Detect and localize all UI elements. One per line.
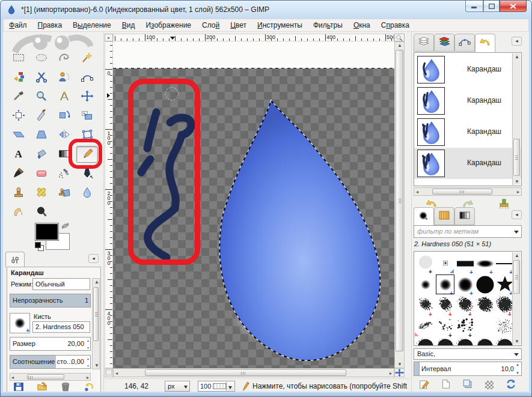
vertical-ruler[interactable]: 0100200300400 [105,41,113,368]
brush-soft-large[interactable]: + [455,274,475,295]
tool-shear[interactable] [8,127,29,144]
brush-block[interactable]: + [455,253,475,274]
spacing-spinner[interactable]: ▲▼ [515,362,521,375]
tool-options-menu-button[interactable]: ◂ [88,254,99,263]
menu-colors[interactable]: Цвет [225,19,252,31]
unit-dropdown[interactable]: px [165,381,190,392]
ruler-corner-menu-button[interactable]: ▸ [105,34,113,41]
brush-charcoal-2[interactable]: + [435,295,455,316]
brush-soft-selected[interactable]: + [435,274,455,295]
tool-rotate[interactable] [54,108,75,124]
tool-measure[interactable] [54,88,75,105]
history-item-1[interactable]: Карандаш [414,54,521,85]
pan-navigation-icon[interactable] [394,368,405,377]
tool-color-picker[interactable] [8,88,29,105]
canvas-hscrollbar[interactable]: ◂ ▸ [113,368,394,377]
mode-select[interactable]: Обычный [32,278,90,290]
maximize-button[interactable] [483,1,500,12]
menu-windows[interactable]: Окна [348,19,376,31]
menu-image[interactable]: Изображение [140,19,197,31]
history-item-3[interactable]: Карандаш [414,117,521,148]
tab-patterns[interactable] [434,207,454,225]
tab-undo-history[interactable] [475,34,495,53]
menu-view[interactable]: Вид [117,19,141,31]
duplicate-brush-button[interactable] [461,379,474,391]
brush-splatter-sparse[interactable]: + [435,316,455,337]
tool-blur-sharpen[interactable] [76,184,98,201]
brush-sponge-2[interactable] [435,337,455,346]
opacity-slider[interactable]: Непрозрачность 1 [10,294,91,308]
tool-free-select[interactable] [54,50,75,67]
menu-select[interactable]: Выделение [67,19,117,31]
menu-edit[interactable]: Правка [32,19,68,31]
history-hscrollbar[interactable]: ◂ ▸ [414,187,522,196]
brush-splatter-mid[interactable]: + [455,316,475,337]
tool-perspective-clone[interactable] [54,184,75,201]
aspect-ratio-slider[interactable]: Соотношение сто... 0,00 ▲▼ [10,355,91,369]
canvas-viewport[interactable] [113,41,394,368]
tool-options-vscrollbar[interactable]: ▲ ▼ [92,278,100,369]
tool-clone[interactable] [8,184,29,201]
brush-dots-grid[interactable] [475,316,495,337]
delete-brush-button[interactable] [483,379,496,391]
tool-flip[interactable] [54,127,75,144]
titlebar[interactable]: *[1] (импортировано)-6.0 (Индексированны… [1,1,531,19]
tab-tool-options[interactable] [5,252,25,267]
foreground-color-swatch[interactable] [35,223,59,241]
horizontal-ruler[interactable]: 100200300400500 [113,34,394,41]
zoom-mini-slider[interactable] [213,383,226,389]
dock-menu-button[interactable]: ◂ [512,37,522,46]
tab-gradients[interactable] [454,207,475,225]
brush-solid-circle[interactable] [475,274,495,295]
brush-soft-ellipse[interactable]: + [475,253,495,274]
tool-paintbrush[interactable] [8,165,29,182]
selection-bounds-icon[interactable] [105,368,113,377]
close-button[interactable] [500,1,527,12]
brushes-menu-button[interactable]: ◂ [512,210,522,219]
tool-heal[interactable] [31,184,52,201]
zoom-dropdown-button[interactable] [226,382,234,390]
swap-colors-icon[interactable] [61,222,71,231]
brush-soft-small[interactable] [415,274,435,295]
refresh-brushes-button[interactable] [504,379,518,391]
tool-rect-select[interactable] [8,50,29,67]
brush-chalk-stroke[interactable] [415,316,435,337]
menu-file[interactable]: Файл [4,19,32,31]
brush-sponge-4[interactable] [475,337,495,346]
aspect-spinner[interactable]: ▲▼ [87,357,91,368]
tool-text[interactable]: A [8,146,29,163]
tool-scale[interactable] [76,108,98,124]
history-vscrollbar[interactable]: ▲ ▼ [512,53,521,185]
tool-ellipse-select[interactable] [31,50,52,67]
tool-pencil[interactable] [76,146,98,163]
tab-paths[interactable] [454,34,475,52]
tool-smudge[interactable] [8,204,29,220]
tool-perspective[interactable] [31,127,52,144]
canvas-vscrollbar[interactable]: ▲ ▼ [394,41,405,368]
zoom-follow-window-button[interactable] [394,34,405,41]
tool-foreground-select[interactable] [54,69,75,86]
tool-options-hscrollbar[interactable]: ◂ ▸ [10,373,91,381]
tool-cage-transform[interactable] [76,127,98,144]
minimize-button[interactable] [465,1,483,12]
spacing-slider[interactable]: Интервал 10,0 ▲▼ [414,362,522,376]
menu-help[interactable]: Справка [376,19,415,31]
tool-ink[interactable] [76,165,98,182]
tab-layers[interactable] [414,34,434,52]
brush-charcoal-3[interactable]: + [455,295,475,316]
tool-scissors-select[interactable] [31,69,52,86]
brush-name-field[interactable]: 2. Hardness 050 [32,321,90,333]
tool-crop[interactable] [31,108,52,124]
size-spinner[interactable]: ▲▼ [87,339,91,350]
tool-eraser[interactable] [31,165,52,182]
menu-layer[interactable]: Слой [197,19,225,31]
tool-airbrush[interactable] [54,165,75,182]
tool-select-by-color[interactable] [8,69,29,86]
tool-bucket-fill[interactable] [31,146,52,163]
size-slider[interactable]: Размер 20,00 ▲▼ [10,337,91,351]
brush-category-dropdown[interactable]: Basic, [414,348,522,360]
brush-charcoal-1[interactable]: + [415,295,435,316]
brush-preview[interactable]: + [10,313,30,333]
brush-sponge-1[interactable] [415,337,435,346]
menu-filters[interactable]: Фильтры [308,19,348,31]
